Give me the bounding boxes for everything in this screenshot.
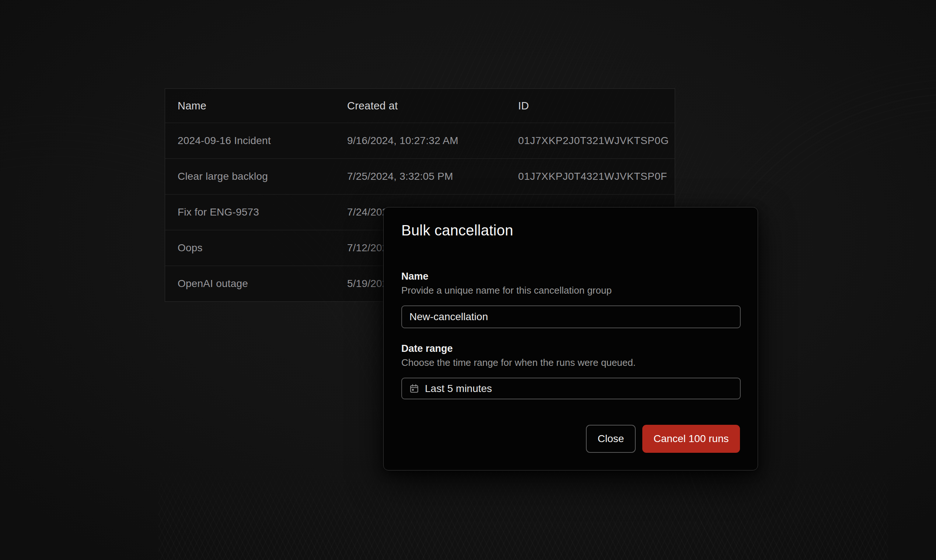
- row-created-at: 7/25/2024, 3:32:05 PM: [335, 159, 506, 194]
- name-field-description: Provide a unique name for this cancellat…: [401, 285, 612, 296]
- date-range-field-label: Date range: [401, 342, 453, 355]
- row-name: Oops: [165, 230, 335, 266]
- cancel-runs-button[interactable]: Cancel 100 runs: [642, 425, 740, 453]
- row-name: 2024-09-16 Incident: [165, 123, 335, 158]
- bulk-cancellation-dialog: Bulk cancellation Name Provide a unique …: [383, 207, 758, 471]
- date-range-field-description: Choose the time range for when the runs …: [401, 357, 636, 368]
- column-header-name: Name: [165, 89, 335, 123]
- dialog-title: Bulk cancellation: [401, 221, 513, 240]
- table-row[interactable]: Clear large backlog 7/25/2024, 3:32:05 P…: [165, 158, 675, 194]
- date-range-value: Last 5 minutes: [425, 383, 492, 395]
- row-name: Fix for ENG-9573: [165, 194, 335, 230]
- row-name: Clear large backlog: [165, 159, 335, 194]
- column-header-created-at: Created at: [335, 89, 506, 123]
- row-id: 01J7XKP2J0T321WJVKTSP0G: [506, 123, 675, 158]
- calendar-icon: [410, 384, 419, 394]
- table-header-row: Name Created at ID: [165, 89, 675, 123]
- date-range-select[interactable]: Last 5 minutes: [401, 378, 741, 399]
- close-button[interactable]: Close: [586, 425, 636, 453]
- row-created-at: 9/16/2024, 10:27:32 AM: [335, 123, 506, 158]
- dialog-footer: Close Cancel 100 runs: [586, 425, 740, 453]
- row-id: 01J7XKPJ0T4321WJVKTSP0F: [506, 159, 675, 194]
- row-name: OpenAI outage: [165, 266, 335, 302]
- app-background: Name Created at ID 2024-09-16 Incident 9…: [0, 0, 936, 560]
- table-row[interactable]: 2024-09-16 Incident 9/16/2024, 10:27:32 …: [165, 123, 675, 158]
- cancellation-name-input[interactable]: [401, 305, 741, 328]
- name-field-label: Name: [401, 270, 429, 283]
- column-header-id: ID: [506, 89, 675, 123]
